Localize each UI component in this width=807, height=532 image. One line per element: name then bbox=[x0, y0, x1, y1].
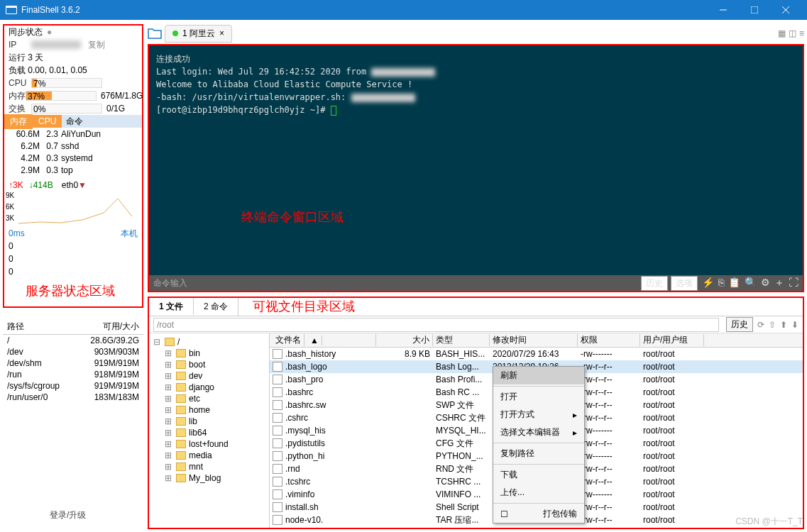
menu-icon[interactable]: ≡ bbox=[799, 28, 804, 38]
net-down: 414B bbox=[33, 180, 53, 190]
ctx-pack[interactable]: ☐打包传输 bbox=[493, 505, 584, 523]
folder-icon bbox=[176, 428, 186, 437]
paste-icon[interactable]: 📋 bbox=[728, 277, 740, 289]
disk-row[interactable]: /28.6G/39.2G bbox=[3, 335, 143, 346]
terminal-line: Welcome to Alibaba Cloud Elastic Compute… bbox=[156, 78, 796, 91]
cpu-bar: 7% bbox=[31, 78, 102, 88]
tree-item[interactable]: ⊞mnt bbox=[160, 461, 269, 472]
status-dot bbox=[172, 31, 178, 36]
close-tab-icon[interactable]: × bbox=[219, 28, 224, 38]
file-browser: 1 文件 2 命令 可视文件目录区域 历史 ⟳ ⇧ ⬆ ⬇ ⊟/ ⊞bin⊞bo… bbox=[148, 297, 804, 529]
folder-icon bbox=[176, 451, 186, 460]
folder-icon bbox=[176, 440, 186, 448]
tree-item[interactable]: ⊞bin bbox=[160, 348, 269, 359]
terminal-line: -bash: /usr/bin/virtualenvwrapper.sh: bbox=[156, 91, 796, 104]
tree-item[interactable]: ⊞boot bbox=[160, 359, 269, 370]
ctx-refresh[interactable]: 刷新 bbox=[493, 367, 584, 384]
cpu-label: CPU bbox=[9, 78, 31, 88]
ctx-open[interactable]: 打开 bbox=[493, 388, 584, 406]
disk-row[interactable]: /sys/fs/cgroup919M/919M bbox=[3, 380, 143, 392]
mem-label: 内存 bbox=[9, 90, 26, 102]
file-icon bbox=[273, 375, 282, 384]
tree-item[interactable]: ⊞My_blog bbox=[160, 472, 269, 484]
grid-view-icon[interactable]: ▦ bbox=[778, 28, 786, 38]
refresh-icon[interactable]: ⟳ bbox=[757, 320, 764, 330]
up-icon[interactable]: ⇧ bbox=[769, 320, 776, 330]
file-icon bbox=[273, 400, 282, 410]
tree-item[interactable]: ⊞lost+found bbox=[160, 438, 269, 450]
maximize-button[interactable] bbox=[739, 0, 770, 20]
svg-rect-3 bbox=[751, 6, 758, 13]
process-row[interactable]: 60.6M2.3AliYunDun bbox=[4, 128, 142, 140]
disk-row[interactable]: /run/user/0183M/183M bbox=[3, 392, 143, 403]
terminal[interactable]: 连接成功Last login: Wed Jul 29 16:42:52 2020… bbox=[148, 44, 804, 292]
history-button[interactable]: 历史 bbox=[641, 276, 668, 291]
tree-item[interactable]: ⊞lib64 bbox=[160, 427, 269, 438]
terminal-line: [root@izbp19d9bhqrz6pglch0yjz ~]# bbox=[156, 104, 796, 116]
plus-icon[interactable]: ＋ bbox=[774, 277, 784, 289]
file-icon bbox=[273, 426, 282, 436]
path-input[interactable] bbox=[153, 318, 719, 332]
search-icon[interactable]: 🔍 bbox=[745, 277, 757, 289]
bolt-icon[interactable]: ⚡ bbox=[702, 277, 714, 289]
process-header: 内存 CPU 命令 bbox=[4, 115, 142, 128]
minimize-button[interactable] bbox=[708, 0, 739, 20]
process-row[interactable]: 6.2M0.7sshd bbox=[4, 140, 142, 152]
file-row[interactable]: .bash_history8.9 KBBASH_HIS...2020/07/29… bbox=[270, 348, 803, 360]
options-button[interactable]: 选项 bbox=[671, 276, 698, 291]
close-button[interactable] bbox=[770, 0, 801, 20]
folder-icon bbox=[176, 372, 186, 380]
mem-bar: 37% bbox=[26, 91, 97, 101]
ctx-download[interactable]: 下载 bbox=[493, 466, 584, 484]
file-icon bbox=[273, 362, 282, 372]
copy-icon[interactable]: ⎘ bbox=[718, 277, 724, 289]
file-icon bbox=[273, 515, 282, 525]
net-up: 3K bbox=[13, 180, 23, 190]
host-select[interactable]: 本机 bbox=[121, 228, 138, 240]
login-upgrade[interactable]: 登录/升级 bbox=[50, 509, 86, 521]
ctx-open-with[interactable]: 打开方式▸ bbox=[493, 406, 584, 423]
server-status-panel: 同步状态● IP复制 运行 3 天 负载 0.00, 0.01, 0.05 CP… bbox=[3, 24, 143, 308]
tree-item[interactable]: ⊞lib bbox=[160, 416, 269, 427]
path-history-button[interactable]: 历史 bbox=[726, 317, 753, 332]
tab-bar: 1 阿里云× ▦ ◫ ≡ bbox=[148, 24, 804, 43]
split-view-icon[interactable]: ◫ bbox=[789, 28, 796, 38]
list-header[interactable]: 文件名 ▲ 大小 类型 修改时间 权限 用户/用户组 bbox=[270, 333, 803, 348]
command-input[interactable]: 命令输入 bbox=[153, 277, 638, 289]
tab-commands[interactable]: 2 命令 bbox=[194, 298, 238, 316]
upload-icon[interactable]: ⬆ bbox=[780, 320, 787, 330]
tree-item[interactable]: ⊞django bbox=[160, 382, 269, 393]
process-row[interactable]: 2.9M0.3top bbox=[4, 164, 142, 176]
uptime: 运行 3 天 bbox=[9, 52, 43, 64]
ip-label: IP bbox=[9, 40, 31, 50]
file-icon bbox=[273, 387, 282, 397]
tree-item[interactable]: ⊞dev bbox=[160, 370, 269, 382]
directory-tree[interactable]: ⊟/ ⊞bin⊞boot⊞dev⊞django⊞etc⊞home⊞lib⊞lib… bbox=[149, 333, 270, 528]
disk-row[interactable]: /dev/shm919M/919M bbox=[3, 358, 143, 369]
folder-icon bbox=[176, 406, 186, 414]
ip-value bbox=[31, 40, 81, 49]
file-icon bbox=[273, 464, 282, 474]
download-icon[interactable]: ⬇ bbox=[791, 320, 798, 330]
tab-files[interactable]: 1 文件 bbox=[149, 298, 194, 316]
disk-row[interactable]: /dev903M/903M bbox=[3, 346, 143, 358]
tree-item[interactable]: ⊞etc bbox=[160, 393, 269, 404]
titlebar: FinalShell 3.6.2 bbox=[0, 0, 807, 20]
swap-bar: 0% bbox=[31, 104, 102, 113]
folder-icon[interactable] bbox=[148, 27, 162, 40]
ctx-copy-path[interactable]: 复制路径 bbox=[493, 445, 584, 462]
fullscreen-icon[interactable]: ⛶ bbox=[789, 277, 798, 289]
disk-row[interactable]: /run918M/919M bbox=[3, 369, 143, 380]
tree-item[interactable]: ⊞home bbox=[160, 404, 269, 416]
tree-root[interactable]: ⊟/ bbox=[149, 336, 269, 348]
process-row[interactable]: 4.2M0.3systemd bbox=[4, 152, 142, 164]
files-legend: 可视文件目录区域 bbox=[253, 298, 355, 316]
gear-icon[interactable]: ⚙ bbox=[761, 277, 770, 289]
swap-label: 交换 bbox=[9, 103, 31, 115]
tab-aliyun[interactable]: 1 阿里云× bbox=[165, 25, 232, 43]
iface-select[interactable]: eth0 bbox=[62, 180, 78, 190]
ctx-upload[interactable]: 上传... bbox=[493, 484, 584, 501]
ctx-editor[interactable]: 选择文本编辑器▸ bbox=[493, 423, 584, 441]
copy-button[interactable]: 复制 bbox=[88, 39, 105, 51]
tree-item[interactable]: ⊞media bbox=[160, 450, 269, 461]
